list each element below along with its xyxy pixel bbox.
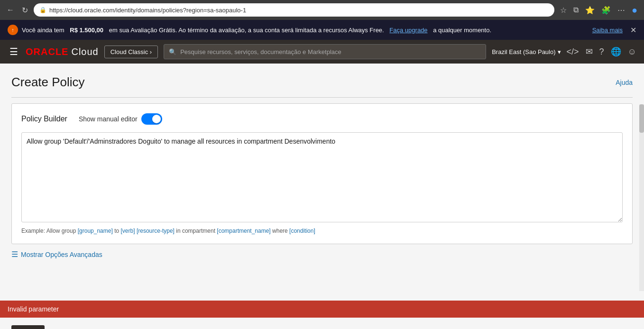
header-icons: </> ✉ ? 🌐 ☺ <box>567 46 636 57</box>
show-manual-editor-toggle[interactable] <box>141 113 162 125</box>
globe-icon[interactable]: 🌐 <box>611 46 621 57</box>
notif-text-suffix: a qualquer momento. <box>433 27 491 34</box>
bottom-actions: Criar Cancelar Criar outro Policy <box>0 318 644 329</box>
profile-icon[interactable]: ● <box>630 3 639 18</box>
cancelar-button[interactable]: Cancelar <box>50 325 81 329</box>
settings-icon[interactable]: ⋯ <box>616 4 627 17</box>
back-button[interactable]: ← <box>5 4 16 16</box>
advanced-options-toggle[interactable]: ☰ Mostrar Opções Avançadas <box>11 250 633 259</box>
bell-icon[interactable]: ✉ <box>586 46 593 57</box>
policy-builder-header: Policy Builder Show manual editor <box>21 113 623 125</box>
example-prefix: Example: Allow group <box>21 228 76 234</box>
history-icon[interactable]: ⭐ <box>583 4 597 17</box>
cloud-logo-text: Cloud <box>71 46 98 57</box>
oracle-header: ☰ ORACLE Cloud Cloud Classic › 🔍 Pesquis… <box>0 40 644 64</box>
toggle-thumb <box>152 115 161 123</box>
scrollbar-track[interactable] <box>639 104 644 291</box>
saiba-mais-link[interactable]: Saiba mais <box>592 27 623 34</box>
example-group-link[interactable]: [group_name] <box>78 228 113 234</box>
example-text: Example: Allow group [group_name] to [ve… <box>21 228 623 234</box>
notif-text-prefix: Você ainda tem <box>22 27 64 34</box>
example-to: to <box>114 228 119 234</box>
example-in: in compartment <box>176 228 215 234</box>
example-where: where <box>272 228 288 234</box>
form-top-divider <box>11 97 633 98</box>
show-manual-editor-label-text: Show manual editor <box>79 115 138 123</box>
region-name: Brazil East (Sao Paulo) <box>492 48 555 55</box>
region-chevron-icon: ▾ <box>558 48 561 55</box>
policy-text-input[interactable] <box>21 132 623 222</box>
tab-icon[interactable]: ⧉ <box>571 4 580 16</box>
url-text: https://cloud.oracle.com/identity/domain… <box>49 7 246 14</box>
page-title: Create Policy <box>11 75 85 90</box>
notification-banner: ↑ Você ainda tem R$ 1.500,00 em sua Aval… <box>0 20 644 40</box>
oracle-logo: ORACLE Cloud <box>26 46 99 57</box>
address-bar[interactable]: 🔒 https://cloud.oracle.com/identity/doma… <box>34 3 554 17</box>
browser-action-buttons: ☆ ⧉ ⭐ 🧩 ⋯ ● <box>558 3 639 18</box>
region-selector[interactable]: Brazil East (Sao Paulo) ▾ <box>492 48 561 55</box>
browser-chrome: ← ↻ 🔒 https://cloud.oracle.com/identity/… <box>0 0 644 20</box>
example-compartment-link[interactable]: [compartment_name] <box>217 228 270 234</box>
page-content: Create Policy Ajuda Policy Builder Show … <box>0 64 644 301</box>
search-icon: 🔍 <box>169 48 176 55</box>
extensions-icon[interactable]: 🧩 <box>599 4 613 17</box>
example-condition-link[interactable]: [condition] <box>289 228 315 234</box>
policy-builder-title: Policy Builder <box>21 115 67 123</box>
notification-badge: ↑ <box>8 25 18 35</box>
scrollbar-thumb[interactable] <box>639 104 644 133</box>
policy-builder-card: Policy Builder Show manual editor Exampl… <box>11 103 633 244</box>
advanced-options-label: Mostrar Opções Avançadas <box>21 251 102 258</box>
hamburger-menu-button[interactable]: ☰ <box>8 44 20 59</box>
lock-icon: 🔒 <box>39 7 46 13</box>
bookmark-icon[interactable]: ☆ <box>558 4 569 17</box>
notif-text-middle: em sua Avaliação Grátis. Ao término da a… <box>109 27 384 34</box>
criar-button[interactable]: Criar <box>11 325 45 329</box>
help-icon[interactable]: ? <box>599 47 604 57</box>
refresh-button[interactable]: ↻ <box>20 4 30 17</box>
page-header: Create Policy Ajuda <box>11 64 633 97</box>
example-resource-link[interactable]: [resource-type] <box>137 228 175 234</box>
sliders-icon: ☰ <box>11 250 18 259</box>
code-icon[interactable]: </> <box>567 47 579 57</box>
search-bar[interactable]: 🔍 Pesquise recursos, serviços, documenta… <box>164 44 486 59</box>
cloud-classic-button[interactable]: Cloud Classic › <box>104 46 158 58</box>
search-placeholder: Pesquise recursos, serviços, documentaçã… <box>180 48 341 55</box>
oracle-logo-text: ORACLE <box>26 46 68 57</box>
profile-avatar[interactable]: ☺ <box>628 47 636 57</box>
notif-amount: R$ 1.500,00 <box>70 27 103 34</box>
error-banner: Invalid parameter <box>0 301 644 318</box>
close-notification-button[interactable]: ✕ <box>630 26 636 35</box>
error-message-text: Invalid parameter <box>8 305 59 313</box>
show-manual-editor-toggle-label[interactable]: Show manual editor <box>79 113 162 125</box>
help-link[interactable]: Ajuda <box>616 79 633 86</box>
upgrade-link[interactable]: Faça upgrade <box>389 27 427 34</box>
example-verb-link[interactable]: [verb] <box>121 228 135 234</box>
